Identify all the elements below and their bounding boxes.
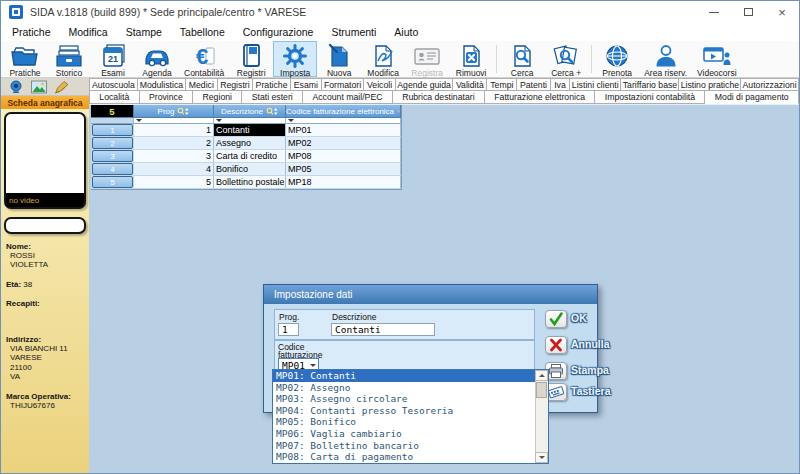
row-header[interactable]: 5 [92,176,133,188]
tab-province[interactable]: Province [140,91,194,104]
tab-account-mail-pec[interactable]: Account mail/PEC [303,91,393,104]
dropdown-option[interactable]: MP08: Carta di pagamento [273,451,535,463]
filter-cell[interactable] [134,118,214,124]
toolbar-imposta-button[interactable]: Imposta [273,41,317,77]
tab-impostazioni-contabilita[interactable]: Impostazioni contabilità [595,91,705,104]
dropdown-option-selected[interactable]: MP01: Contanti [273,370,535,382]
tab-modi-di-pagamento[interactable]: Modi di pagamento [705,91,799,104]
maximize-button[interactable] [731,1,765,23]
toolbar-rimuovi-button[interactable]: Rimuovi [449,41,493,77]
scrollbar-thumb[interactable] [536,382,547,398]
tab-medici[interactable]: Medici [186,78,218,91]
ok-button[interactable] [545,310,567,328]
photo-icon[interactable] [31,80,47,94]
tab-fatturazione-elettronica[interactable]: Fatturazione elettronica [485,91,596,104]
toolbar-nuova-button[interactable]: Nuova [317,41,361,77]
cell-prog[interactable]: 2 [134,137,214,149]
toolbar-storico-button[interactable]: Storico [47,41,91,77]
dropdown-scrollbar[interactable] [535,370,548,463]
menu-stampe[interactable]: Stampe [117,26,171,38]
tab-veicoli[interactable]: Veicoli [364,78,396,91]
dropdown-option[interactable]: MP07: Bollettino bancario [273,440,535,452]
tab-tariffario-base[interactable]: Tariffario base [621,78,679,91]
cell-descrizione[interactable]: Bonifico [214,163,286,175]
prog-input[interactable]: 1 [278,323,299,336]
tab-localita[interactable]: Località [89,91,140,104]
minimize-button[interactable] [697,1,731,23]
cell-descrizione-selected[interactable]: Contanti [214,124,286,136]
toolbar-prenota-button[interactable]: Prenota [595,41,639,77]
dropdown-option[interactable]: MP04: Contanti presso Tesoreria [273,405,535,417]
scroll-up-icon[interactable] [535,370,548,381]
filter-cell[interactable] [286,118,401,124]
tab-agende-guida[interactable]: Agende guida [396,78,453,91]
tab-modulistica[interactable]: Modulistica [138,78,186,91]
column-header-prog[interactable]: Prog [134,105,214,118]
tab-tempi[interactable]: Tempi [487,78,517,91]
cell-descrizione[interactable]: Bollettino postale [214,176,286,188]
toolbar-area-riservata-button[interactable]: Area riserv. [639,41,692,77]
tab-listini-clienti[interactable]: Listini clienti [570,78,621,91]
menu-strumenti[interactable]: Strumenti [322,26,385,38]
cell-prog[interactable]: 5 [134,176,214,188]
tab-iva[interactable]: Iva [551,78,570,91]
dropdown-option[interactable]: MP06: Vaglia cambiario [273,428,535,440]
filter-cell[interactable] [214,118,286,124]
tab-stati-esteri[interactable]: Stati esteri [242,91,303,104]
scroll-down-icon[interactable] [535,452,548,463]
toolbar-agenda-button[interactable]: Agenda [135,41,179,77]
cell-codice[interactable]: MP08 [286,150,401,162]
column-header-descrizione[interactable]: Descrizione [214,105,286,118]
cell-descrizione[interactable]: Assegno [214,137,286,149]
tab-esami[interactable]: Esami [291,78,322,91]
toolbar-esami-button[interactable]: 21 Esami [91,41,135,77]
cell-codice[interactable]: MP01 [286,124,401,136]
toolbar-modifica-button[interactable]: Modifica [361,41,405,77]
menu-modifica[interactable]: Modifica [60,26,117,38]
toolbar-contabilita-button[interactable]: € Contabilità [179,41,229,77]
row-header[interactable]: 2 [92,137,133,149]
tab-registri[interactable]: Registri [218,78,254,91]
cell-descrizione[interactable]: Carta di credito [214,150,286,162]
dropdown-option[interactable]: MP03: Assegno circolare [273,393,535,405]
tab-patenti[interactable]: Patenti [517,78,550,91]
toolbar-videocorsi-button[interactable]: Videocorsi [692,41,742,77]
descrizione-input[interactable]: Contanti [331,323,435,336]
toolbar-label: Area riserv. [644,68,687,78]
dropdown-option[interactable]: MP02: Assegno [273,382,535,394]
tab-autoscuola[interactable]: Autoscuola [89,78,138,91]
tab-formatori[interactable]: Formatori [322,78,365,91]
menu-tabellone[interactable]: Tabellone [171,26,234,38]
tab-listino-pratiche[interactable]: Listino pratiche [679,78,741,91]
row-header[interactable]: 1 [92,124,133,136]
tab-autorizzazioni[interactable]: Autorizzazioni [741,78,799,91]
tab-regioni[interactable]: Regioni [193,91,242,104]
toolbar-pratiche-button[interactable]: Pratiche [3,41,47,77]
dialog-title-bar[interactable]: Impostazione dati [264,285,597,304]
car-icon [142,43,172,68]
menu-pratiche[interactable]: Pratiche [3,26,60,38]
signature-pen-icon[interactable] [54,80,70,94]
column-header-codice[interactable]: Codice fatturazione elettronica [286,105,401,118]
menu-aiuto[interactable]: Aiuto [385,26,427,38]
tab-validita[interactable]: Validità [453,78,487,91]
toolbar-cerca-button[interactable]: Cerca [500,41,544,77]
cell-codice[interactable]: MP18 [286,176,401,188]
cell-prog[interactable]: 1 [134,124,214,136]
close-button[interactable]: × [765,1,799,23]
menu-configurazione[interactable]: Configurazione [234,26,323,38]
row-header[interactable]: 4 [92,163,133,175]
toolbar-registri-button[interactable]: Registri [229,41,273,77]
annulla-button[interactable] [545,336,567,354]
toolbar-cerca-plus-button[interactable]: Cerca + [544,41,588,77]
cell-codice[interactable]: MP05 [286,163,401,175]
filter-sort-icon [266,107,278,116]
tab-pratiche[interactable]: Pratiche [253,78,291,91]
cell-prog[interactable]: 3 [134,150,214,162]
cell-codice[interactable]: MP02 [286,137,401,149]
dropdown-option[interactable]: MP05: Bonifico [273,416,535,428]
webcam-icon[interactable] [8,80,24,94]
cell-prog[interactable]: 4 [134,163,214,175]
row-header[interactable]: 3 [92,150,133,162]
tab-rubrica-destinatari[interactable]: Rubrica destinatari [393,91,485,104]
